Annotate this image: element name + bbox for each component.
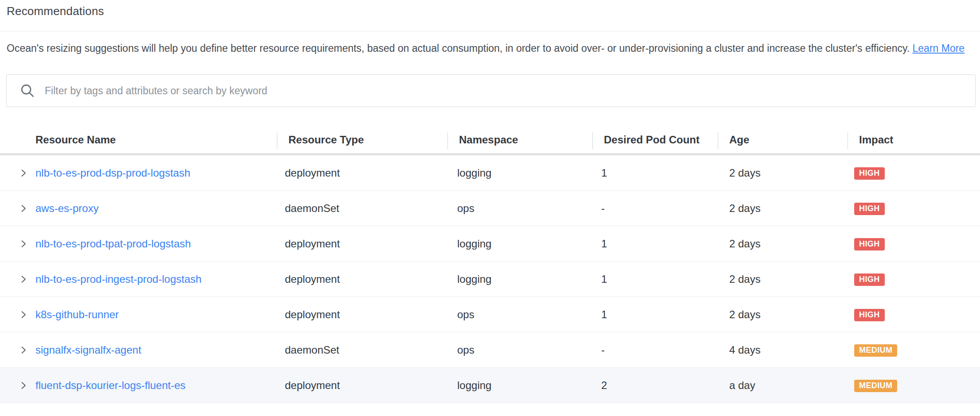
- chevron-right-icon[interactable]: [19, 204, 27, 212]
- age-cell: 2 days: [718, 308, 848, 321]
- col-header-resource-name[interactable]: Resource Name: [0, 127, 277, 153]
- resource-type-cell: deployment: [277, 379, 447, 392]
- chevron-right-icon[interactable]: [19, 169, 27, 177]
- desired-pod-count-cell: 1: [592, 238, 718, 250]
- age-cell: 2 days: [718, 273, 848, 285]
- description: Ocean's resizing suggestions will help y…: [7, 40, 970, 57]
- chevron-right-icon[interactable]: [19, 275, 27, 283]
- resource-name-link[interactable]: fluent-dsp-kourier-logs-fluent-es: [35, 379, 186, 392]
- impact-cell: MEDIUM: [848, 343, 980, 357]
- namespace-cell: logging: [447, 238, 592, 250]
- col-header-age[interactable]: Age: [718, 127, 848, 153]
- namespace-cell: ops: [447, 202, 592, 215]
- impact-cell: MEDIUM: [848, 378, 980, 393]
- page-title: Recommendations: [7, 4, 980, 18]
- resource-name-cell: nlb-to-es-prod-ingest-prod-logstash: [0, 273, 277, 285]
- resource-name-cell: k8s-github-runner: [0, 308, 277, 321]
- description-text: Ocean's resizing suggestions will help y…: [7, 42, 910, 54]
- impact-badge: HIGH: [854, 309, 885, 322]
- table-row[interactable]: signalfx-signalfx-agent daemonSet ops - …: [0, 332, 980, 368]
- desired-pod-count-cell: -: [592, 202, 718, 215]
- desired-pod-count-cell: 1: [592, 167, 718, 179]
- resource-name-cell: nlb-to-es-prod-dsp-prod-logstash: [0, 167, 277, 179]
- namespace-cell: ops: [447, 308, 592, 321]
- impact-cell: HIGH: [848, 166, 980, 180]
- col-header-desired-pod-count[interactable]: Desired Pod Count: [592, 127, 718, 153]
- resource-type-cell: daemonSet: [277, 202, 447, 215]
- resource-type-cell: deployment: [277, 238, 447, 250]
- col-header-namespace[interactable]: Namespace: [447, 127, 592, 153]
- col-header-impact[interactable]: Impact: [848, 127, 980, 153]
- age-cell: 2 days: [718, 167, 848, 179]
- impact-badge: HIGH: [854, 238, 885, 251]
- desired-pod-count-cell: 2: [592, 379, 718, 392]
- namespace-cell: logging: [447, 379, 592, 392]
- impact-badge: MEDIUM: [854, 344, 897, 357]
- namespace-cell: logging: [447, 273, 592, 285]
- resource-name-cell: fluent-dsp-kourier-logs-fluent-es: [0, 379, 277, 392]
- age-cell: 2 days: [718, 238, 848, 250]
- resource-type-cell: deployment: [277, 273, 447, 285]
- impact-badge: HIGH: [854, 167, 885, 180]
- chevron-right-icon[interactable]: [19, 346, 27, 354]
- search-input[interactable]: [45, 85, 964, 97]
- resource-name-link[interactable]: nlb-to-es-prod-dsp-prod-logstash: [35, 167, 191, 179]
- recommendations-page: Recommendations Ocean's resizing suggest…: [0, 0, 980, 416]
- resource-name-link[interactable]: nlb-to-es-prod-tpat-prod-logstash: [35, 238, 191, 250]
- page-header: Recommendations: [0, 0, 980, 31]
- impact-cell: HIGH: [848, 308, 980, 322]
- impact-badge: HIGH: [854, 203, 885, 216]
- table-row[interactable]: nlb-to-es-prod-ingest-prod-logstash depl…: [0, 262, 980, 297]
- resource-name-cell: aws-es-proxy: [0, 202, 277, 215]
- table-body: nlb-to-es-prod-dsp-prod-logstash deploym…: [0, 155, 980, 403]
- resource-name-cell: signalfx-signalfx-agent: [0, 344, 277, 356]
- resource-name-cell: nlb-to-es-prod-tpat-prod-logstash: [0, 238, 277, 250]
- impact-cell: HIGH: [848, 201, 980, 216]
- age-cell: a day: [718, 379, 848, 392]
- namespace-cell: logging: [447, 167, 592, 179]
- age-cell: 2 days: [718, 202, 848, 215]
- resource-name-link[interactable]: k8s-github-runner: [35, 308, 119, 321]
- resource-name-link[interactable]: signalfx-signalfx-agent: [35, 344, 141, 356]
- search-icon: [20, 83, 35, 98]
- age-cell: 4 days: [718, 344, 848, 356]
- table-row[interactable]: nlb-to-es-prod-tpat-prod-logstash deploy…: [0, 226, 980, 262]
- resource-type-cell: deployment: [277, 308, 447, 321]
- resource-name-link[interactable]: aws-es-proxy: [35, 202, 99, 215]
- table-row[interactable]: fluent-dsp-kourier-logs-fluent-es deploy…: [0, 368, 980, 403]
- impact-cell: HIGH: [848, 237, 980, 251]
- desired-pod-count-cell: -: [592, 344, 718, 356]
- impact-cell: HIGH: [848, 272, 980, 286]
- filter-search-box[interactable]: [6, 74, 976, 107]
- resource-type-cell: deployment: [277, 167, 447, 179]
- table-header-row: Resource Name Resource Type Namespace De…: [0, 127, 980, 155]
- impact-badge: MEDIUM: [854, 380, 897, 393]
- chevron-right-icon[interactable]: [19, 381, 27, 389]
- recommendations-table: Resource Name Resource Type Namespace De…: [0, 127, 980, 403]
- chevron-right-icon[interactable]: [19, 240, 27, 248]
- resource-type-cell: daemonSet: [277, 344, 447, 356]
- table-row[interactable]: k8s-github-runner deployment ops 1 2 day…: [0, 297, 980, 332]
- table-row[interactable]: nlb-to-es-prod-dsp-prod-logstash deploym…: [0, 155, 980, 191]
- namespace-cell: ops: [447, 344, 592, 356]
- table-row[interactable]: aws-es-proxy daemonSet ops - 2 days HIGH: [0, 191, 980, 226]
- learn-more-link[interactable]: Learn More: [913, 42, 965, 54]
- impact-badge: HIGH: [854, 273, 885, 286]
- col-header-resource-type[interactable]: Resource Type: [277, 127, 447, 153]
- resource-name-link[interactable]: nlb-to-es-prod-ingest-prod-logstash: [35, 273, 202, 285]
- chevron-right-icon[interactable]: [19, 311, 27, 319]
- desired-pod-count-cell: 1: [592, 273, 718, 285]
- desired-pod-count-cell: 1: [592, 308, 718, 321]
